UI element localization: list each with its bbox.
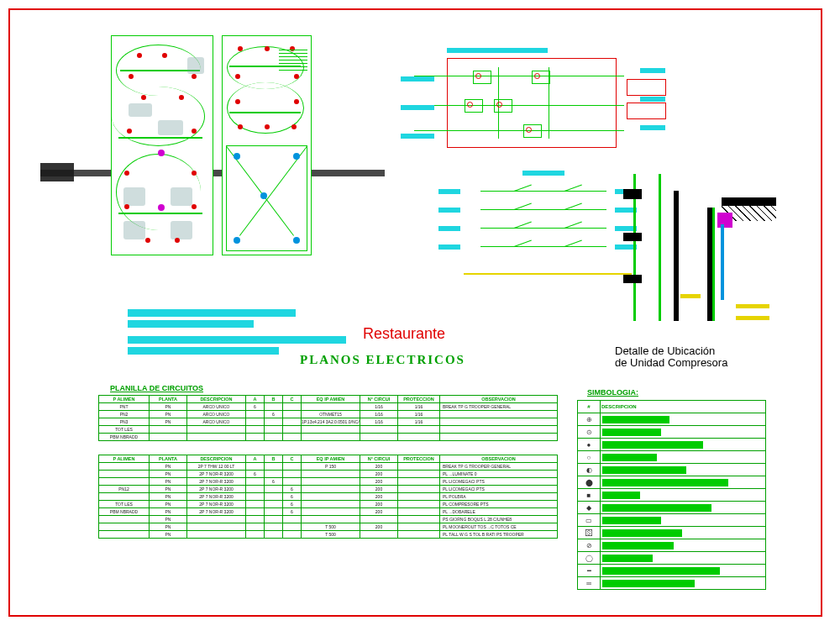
legend: SIMBOLOGIA: #DESCRIPCION⊕⊙●○◐⬤■◆▭🅂⊘◯━═ xyxy=(577,388,766,590)
compressor-detail: Detalle de Ubicación de Unidad Compresor… xyxy=(623,174,783,334)
drawing-frame: Planta Baja xyxy=(8,8,822,617)
compressor-caption-2: de Unidad Compresora xyxy=(615,356,727,369)
compressor-caption-1: Detalle de Ubicación xyxy=(615,344,715,357)
switch-ladder xyxy=(464,182,640,275)
sheet-title: PLANOS ELECTRICOS xyxy=(300,353,465,367)
schedule-title: PLANILLA DE CIRCUITOS xyxy=(110,384,543,392)
plan-planta-baja: Planta Baja xyxy=(111,35,213,255)
circuit-schedule: PLANILLA DE CIRCUITOS P ALIMENPLANTADESC… xyxy=(98,384,543,539)
legend-table: #DESCRIPCION⊕⊙●○◐⬤■◆▭🅂⊘◯━═ xyxy=(577,400,766,590)
schedule-table-2: P ALIMENPLANTADESCRIPCIONABCEQ IP AMIENN… xyxy=(98,455,558,539)
project-title: Restaurante xyxy=(363,325,445,343)
schedule-table-1: P ALIMENPLANTADESCRIPCIONABCEQ IP AMIENN… xyxy=(98,395,558,441)
text-note-block xyxy=(128,306,346,355)
floor-plans: Planta Baja xyxy=(111,35,312,255)
riser-diagram xyxy=(447,48,617,148)
plan-mezzanine: Mezzanine xyxy=(222,35,312,255)
legend-title: SIMBOLOGIA: xyxy=(587,388,766,397)
